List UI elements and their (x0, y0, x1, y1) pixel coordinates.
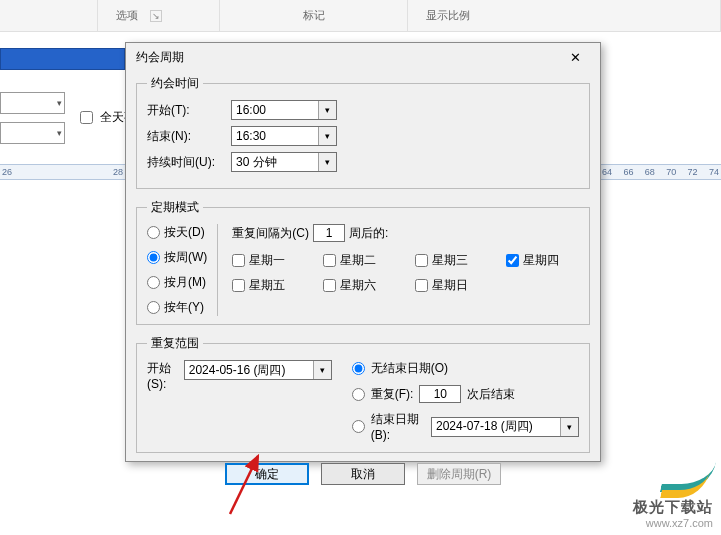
recur-every-label: 重复间隔为(C) (232, 225, 309, 242)
watermark-text: 极光下载站 (633, 498, 713, 517)
chk-thursday[interactable]: 星期四 (506, 252, 579, 269)
selected-row-bar (0, 48, 125, 70)
ruler-tick: 26 (2, 167, 12, 179)
ruler-tick: 68 (645, 167, 655, 179)
dialog-launcher-icon[interactable]: ↘ (150, 10, 162, 22)
ruler-tick: 28 (113, 167, 123, 179)
start-time-input[interactable] (232, 101, 318, 119)
chk-friday[interactable]: 星期五 (232, 277, 305, 294)
recur-every-input[interactable] (313, 224, 345, 242)
pattern-frequency-radios: 按天(D) 按周(W) 按月(M) 按年(Y) (147, 224, 218, 316)
dialog-content: 约会时间 开始(T): ▾ 结束(N): ▾ 持续时间(U): ▾ (126, 71, 600, 493)
ribbon-group-options[interactable]: 选项 ↘ (98, 0, 220, 31)
range-start-combo[interactable]: ▾ (184, 360, 332, 380)
background-combos: ▾ ▾ (0, 92, 65, 152)
chevron-down-icon: ▾ (57, 128, 62, 138)
start-time-combo[interactable]: ▾ (231, 100, 337, 120)
ribbon-group-label: 选项 (116, 8, 138, 23)
end-after-input[interactable] (419, 385, 461, 403)
recurrence-dialog: 约会周期 ✕ 约会时间 开始(T): ▾ 结束(N): ▾ (125, 42, 601, 462)
ruler-tick: 66 (623, 167, 633, 179)
ruler-right: 64 66 68 70 72 74 (600, 164, 721, 180)
radio-monthly[interactable]: 按月(M) (147, 274, 207, 291)
chevron-down-icon[interactable]: ▾ (313, 361, 331, 379)
range-start-input[interactable] (185, 361, 313, 379)
watermark: 极光下载站 www.xz7.com (633, 468, 713, 529)
chk-saturday[interactable]: 星期六 (323, 277, 396, 294)
radio-end-by[interactable]: 结束日期(B): ▾ (352, 411, 579, 442)
legend-time: 约会时间 (147, 75, 203, 92)
recur-every-suffix: 周后的: (349, 225, 388, 242)
ribbon-group-tags[interactable]: 标记 (220, 0, 408, 31)
end-by-input[interactable] (432, 418, 560, 436)
start-label: 开始(T): (147, 102, 225, 119)
chevron-down-icon[interactable]: ▾ (318, 153, 336, 171)
group-appointment-time: 约会时间 开始(T): ▾ 结束(N): ▾ 持续时间(U): ▾ (136, 75, 590, 189)
chk-monday[interactable]: 星期一 (232, 252, 305, 269)
chevron-down-icon: ▾ (57, 98, 62, 108)
chevron-down-icon[interactable]: ▾ (560, 418, 578, 436)
ok-button[interactable]: 确定 (225, 463, 309, 485)
range-start-label: 开始(S): (147, 360, 180, 391)
ribbon-group-label: 显示比例 (426, 8, 470, 23)
chk-sunday[interactable]: 星期日 (415, 277, 488, 294)
chk-wednesday[interactable]: 星期三 (415, 252, 488, 269)
group-range: 重复范围 开始(S): ▾ 无结束日期(O) 重复( (136, 335, 590, 453)
end-time-input[interactable] (232, 127, 318, 145)
dialog-title: 约会周期 (136, 49, 184, 66)
duration-input[interactable] (232, 153, 318, 171)
chevron-down-icon[interactable]: ▾ (318, 127, 336, 145)
dialog-buttons: 确定 取消 删除周期(R) (136, 463, 590, 485)
ruler-tick: 64 (602, 167, 612, 179)
radio-weekly[interactable]: 按周(W) (147, 249, 207, 266)
close-button[interactable]: ✕ (558, 47, 592, 67)
end-time-combo[interactable]: ▾ (231, 126, 337, 146)
ruler-tick: 70 (666, 167, 676, 179)
legend-pattern: 定期模式 (147, 199, 203, 216)
titlebar: 约会周期 ✕ (126, 43, 600, 71)
watermark-logo-icon (657, 468, 713, 498)
legend-range: 重复范围 (147, 335, 203, 352)
end-by-combo[interactable]: ▾ (431, 417, 579, 437)
radio-no-end-date[interactable]: 无结束日期(O) (352, 360, 579, 377)
end-label: 结束(N): (147, 128, 225, 145)
cancel-button[interactable]: 取消 (321, 463, 405, 485)
watermark-url: www.xz7.com (633, 517, 713, 529)
close-icon: ✕ (570, 50, 581, 65)
duration-combo[interactable]: ▾ (231, 152, 337, 172)
ruler-tick: 72 (688, 167, 698, 179)
ribbon: 选项 ↘ 标记 显示比例 (0, 0, 721, 32)
combo-fragment[interactable]: ▾ (0, 122, 65, 144)
combo-fragment[interactable]: ▾ (0, 92, 65, 114)
ribbon-spacer (0, 0, 98, 31)
radio-daily[interactable]: 按天(D) (147, 224, 207, 241)
ruler-tick: 74 (709, 167, 719, 179)
group-recurrence-pattern: 定期模式 按天(D) 按周(W) 按月(M) 按年(Y) 重复间隔为(C) 周后… (136, 199, 590, 325)
ribbon-group-zoom[interactable]: 显示比例 (408, 0, 721, 31)
duration-label: 持续时间(U): (147, 154, 225, 171)
all-day-input[interactable] (80, 111, 93, 124)
weekly-options: 重复间隔为(C) 周后的: 星期一 星期二 星期三 星期四 星期五 星期六 星期… (218, 224, 579, 316)
remove-recurrence-button: 删除周期(R) (417, 463, 501, 485)
radio-end-after[interactable]: 重复(F): 次后结束 (352, 385, 579, 403)
chk-tuesday[interactable]: 星期二 (323, 252, 396, 269)
chevron-down-icon[interactable]: ▾ (318, 101, 336, 119)
ruler-left: 26 28 (0, 164, 125, 180)
ribbon-group-label: 标记 (303, 8, 325, 23)
radio-yearly[interactable]: 按年(Y) (147, 299, 207, 316)
